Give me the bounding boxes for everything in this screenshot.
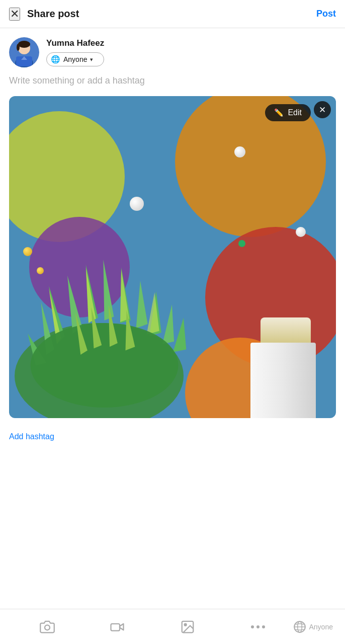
bottom-toolbar: Anyone <box>0 609 345 644</box>
dot-3 <box>262 625 265 628</box>
globe-icon: 🌐 <box>51 55 60 64</box>
image-container: ✏️ Edit ✕ <box>9 96 336 418</box>
header-left: ✕ Share post <box>9 8 79 21</box>
compose-area[interactable]: Write something or add a hashtag <box>0 73 345 92</box>
dot-2 <box>256 625 260 628</box>
post-button[interactable]: Post <box>316 9 336 19</box>
chevron-down-icon: ▾ <box>90 56 93 63</box>
dot-1 <box>251 625 254 628</box>
edit-label: Edit <box>288 108 302 117</box>
avatar <box>9 37 39 67</box>
header: ✕ Share post Post <box>0 0 345 28</box>
bottle <box>250 317 321 418</box>
image-background <box>9 96 336 418</box>
audience-selector[interactable]: 🌐 Anyone ▾ <box>46 52 104 66</box>
svg-marker-12 <box>103 260 114 320</box>
user-info: Yumna Hafeez 🌐 Anyone ▾ <box>46 38 104 66</box>
user-row: Yumna Hafeez 🌐 Anyone ▾ <box>0 28 345 73</box>
bottle-cap <box>261 317 311 343</box>
svg-point-3 <box>18 41 30 48</box>
gallery-icon-button[interactable] <box>152 619 223 634</box>
svg-marker-18 <box>173 318 186 352</box>
add-hashtag-button[interactable]: Add hashtag <box>9 432 54 441</box>
add-hashtag-row: Add hashtag <box>0 418 345 447</box>
svg-marker-21 <box>120 269 129 322</box>
svg-marker-20 <box>86 268 96 323</box>
close-button[interactable]: ✕ <box>9 8 20 21</box>
edit-button[interactable]: ✏️ Edit <box>265 104 311 121</box>
sphere-1 <box>130 197 144 211</box>
more-options-button[interactable] <box>223 625 293 628</box>
compose-placeholder: Write something or add a hashtag <box>9 75 145 86</box>
pencil-icon: ✏️ <box>274 108 284 117</box>
camera-icon-button[interactable] <box>12 619 82 634</box>
svg-point-4 <box>17 44 20 51</box>
svg-point-32 <box>185 623 187 625</box>
page-title: Share post <box>27 8 79 20</box>
svg-marker-16 <box>162 304 174 344</box>
svg-marker-14 <box>136 281 148 329</box>
video-icon-button[interactable] <box>82 619 153 634</box>
svg-point-28 <box>45 625 50 630</box>
audience-label: Anyone <box>63 55 87 63</box>
green-pin <box>238 240 245 247</box>
toolbar-audience-button[interactable]: Anyone <box>293 620 333 633</box>
image-remove-button[interactable]: ✕ <box>314 101 331 118</box>
user-name: Yumna Hafeez <box>46 38 104 48</box>
toolbar-audience-label: Anyone <box>309 623 333 631</box>
sphere-2 <box>234 146 245 157</box>
svg-point-23 <box>31 323 179 408</box>
bottle-body <box>250 343 316 418</box>
post-image: ✏️ Edit ✕ <box>9 96 336 418</box>
svg-rect-29 <box>111 623 120 630</box>
svg-marker-10 <box>67 276 82 334</box>
